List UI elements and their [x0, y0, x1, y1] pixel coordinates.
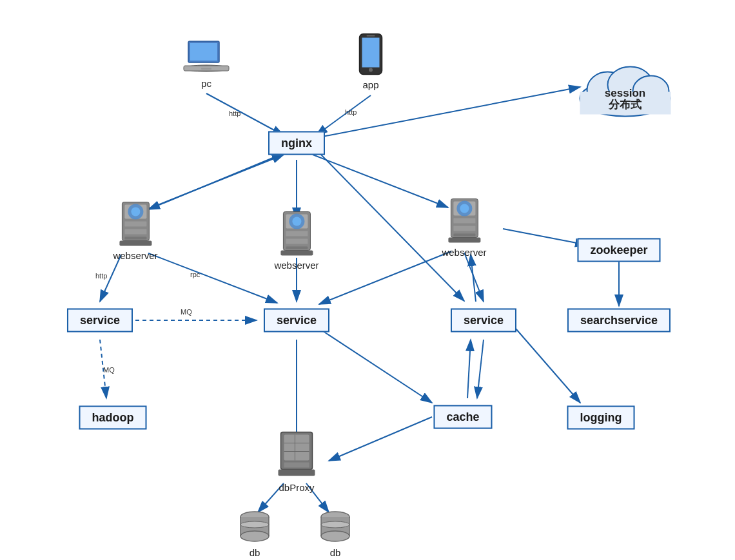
svg-point-69 — [460, 204, 469, 213]
svg-rect-40 — [362, 38, 380, 68]
db1-node: db — [237, 509, 273, 558]
nginx-label: nginx — [281, 137, 312, 150]
svg-rect-80 — [279, 470, 315, 476]
svg-rect-63 — [286, 239, 308, 244]
nginx-box: nginx — [268, 131, 325, 155]
app-node: app — [357, 33, 386, 90]
svg-rect-65 — [280, 251, 313, 256]
svg-rect-42 — [367, 35, 375, 37]
svg-rect-57 — [119, 241, 152, 246]
searchservice-box: searchservice — [567, 309, 671, 333]
db2-label: db — [330, 547, 341, 558]
server2-icon — [277, 207, 317, 257]
svg-rect-35 — [190, 43, 217, 61]
svg-rect-64 — [286, 247, 308, 249]
hadoop-box: hadoop — [79, 406, 147, 430]
webserver2-label: webserver — [274, 260, 318, 271]
svg-line-30 — [516, 329, 580, 403]
svg-line-7 — [148, 155, 280, 209]
searchservice-label: searchservice — [580, 314, 658, 327]
svg-line-6 — [322, 87, 580, 137]
svg-point-89 — [321, 531, 349, 541]
svg-line-27 — [319, 329, 432, 403]
service1-label: service — [80, 314, 120, 327]
svg-line-19 — [464, 253, 484, 302]
svg-point-90 — [321, 521, 349, 528]
svg-line-2 — [206, 93, 284, 135]
db2-icon — [318, 509, 353, 545]
svg-text:MQ: MQ — [181, 308, 192, 316]
dbproxy-node: dbProxy — [276, 429, 318, 493]
phone-icon — [357, 33, 386, 77]
zookeeper-label: zookeeper — [590, 244, 647, 256]
svg-line-15 — [148, 253, 277, 303]
webserver3-label: webserver — [442, 247, 486, 258]
server1-icon — [115, 197, 155, 247]
svg-point-53 — [131, 208, 140, 217]
svg-rect-56 — [124, 237, 146, 240]
session-node: session 分布式 — [573, 57, 679, 118]
db1-label: db — [250, 547, 260, 558]
svg-rect-72 — [453, 234, 475, 237]
pc-label: pc — [201, 78, 211, 89]
searchservice-node: searchservice — [567, 309, 671, 333]
webserver2-node: webserver — [274, 207, 318, 271]
webserver3-node: webserver — [442, 194, 486, 258]
svg-line-29 — [467, 340, 471, 398]
dbproxy-label: dbProxy — [279, 482, 314, 493]
architecture-diagram: http http http rpc — [0, 0, 735, 560]
app-label: app — [362, 79, 378, 90]
svg-line-18 — [319, 251, 451, 304]
service3-label: service — [464, 314, 504, 327]
service3-box: service — [451, 309, 516, 333]
svg-line-10 — [142, 155, 284, 211]
service1-box: service — [67, 309, 133, 333]
svg-line-13 — [100, 255, 121, 302]
svg-line-9 — [313, 155, 448, 208]
svg-text:http: http — [345, 108, 357, 116]
db1-icon — [237, 509, 273, 545]
svg-text:rpc: rpc — [190, 271, 201, 278]
cache-box: cache — [433, 405, 492, 429]
zookeeper-node: zookeeper — [577, 238, 660, 262]
svg-text:分布式: 分布式 — [608, 99, 642, 111]
cache-node: cache — [433, 405, 492, 429]
service2-label: service — [277, 314, 317, 327]
svg-point-84 — [240, 521, 269, 528]
svg-rect-62 — [286, 231, 308, 237]
service1-node: service — [67, 309, 133, 333]
svg-rect-70 — [453, 218, 475, 224]
server3-icon — [444, 194, 484, 244]
svg-rect-71 — [453, 226, 475, 231]
webserver1-label: webserver — [113, 250, 157, 261]
svg-text:MQ: MQ — [103, 366, 115, 374]
svg-line-31 — [329, 417, 432, 461]
service2-node: service — [264, 309, 329, 333]
logging-box: logging — [567, 406, 635, 430]
hadoop-label: hadoop — [92, 411, 134, 424]
pc-node: pc — [183, 40, 230, 89]
svg-rect-79 — [284, 463, 309, 468]
svg-text:session: session — [605, 87, 645, 99]
webserver1-node: webserver — [113, 197, 157, 261]
svg-text:http: http — [95, 272, 107, 280]
svg-rect-54 — [124, 222, 146, 227]
svg-rect-75 — [284, 435, 309, 461]
svg-line-24 — [100, 340, 106, 398]
svg-rect-38 — [201, 68, 211, 70]
db2-node: db — [318, 509, 353, 558]
svg-point-41 — [369, 68, 373, 72]
laptop-icon — [183, 40, 230, 75]
svg-line-28 — [477, 340, 484, 398]
svg-rect-73 — [448, 238, 480, 243]
svg-text:http: http — [229, 110, 240, 117]
hadoop-node: hadoop — [79, 406, 147, 430]
cache-label: cache — [446, 410, 479, 423]
nginx-node: nginx — [268, 131, 325, 155]
svg-rect-55 — [124, 229, 146, 235]
logging-label: logging — [580, 411, 622, 424]
logging-node: logging — [567, 406, 635, 430]
svg-point-83 — [240, 531, 269, 541]
service2-box: service — [264, 309, 329, 333]
service3-node: service — [451, 309, 516, 333]
